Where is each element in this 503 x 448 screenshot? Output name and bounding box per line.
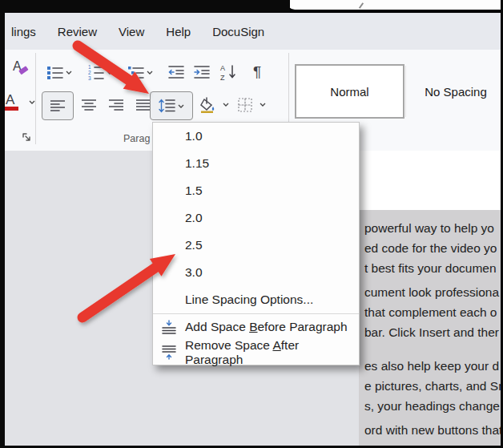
menu-option-1.0[interactable]: 1.0 <box>153 123 359 150</box>
menu-item-line-spacing-options[interactable]: Line Spacing Options... <box>153 286 359 313</box>
increase-indent-icon <box>194 65 210 79</box>
ribbon-tabs: lingsReviewViewHelpDocuSign <box>11 13 286 50</box>
chevron-down-icon <box>147 71 153 75</box>
menu-item-remove-space-after[interactable]: Remove Space After Paragraph <box>153 340 359 365</box>
line-spacing-menu: 1.01.151.52.02.53.0 Line Spacing Options… <box>152 122 360 365</box>
document-page[interactable]: powerful way to help yoed code for the v… <box>359 151 503 446</box>
dialog-launcher-icon <box>22 133 32 143</box>
chevron-down-icon <box>107 71 113 75</box>
bullets-icon <box>47 65 63 79</box>
add-space-before-icon <box>161 320 177 334</box>
menu-item-label: Add Space Before Paragraph <box>185 320 348 334</box>
screenshot-frame <box>0 0 5 448</box>
svg-text:A: A <box>6 92 15 107</box>
svg-text:1: 1 <box>88 64 91 70</box>
style-normal-label: Normal <box>330 85 368 99</box>
chevron-down-icon <box>178 104 184 108</box>
align-right-icon <box>109 99 123 111</box>
document-text-line: t best fits your documen <box>364 258 503 278</box>
multilevel-list-button[interactable] <box>122 61 159 83</box>
menu-bar: lingsReviewViewHelpDocuSign <box>5 13 501 50</box>
tab-help[interactable]: Help <box>166 25 191 38</box>
paragraph-group-label: Parag <box>123 133 155 144</box>
numbering-button[interactable]: 1 2 3 <box>82 61 119 83</box>
tab-docusign[interactable]: DocuSign <box>212 25 264 38</box>
clear-formatting-icon: A <box>10 58 30 77</box>
paint-bucket-icon <box>199 97 217 113</box>
style-normal[interactable]: Normal <box>295 64 404 119</box>
chevron-down-icon[interactable] <box>29 100 35 104</box>
numbering-icon: 1 2 3 <box>88 64 104 80</box>
tab-review[interactable]: Review <box>58 25 97 38</box>
tab-lings[interactable]: lings <box>11 25 36 38</box>
svg-text:3: 3 <box>88 75 91 80</box>
align-left-icon <box>50 99 65 112</box>
svg-text:2: 2 <box>88 70 91 75</box>
chevron-down-icon[interactable] <box>223 103 229 107</box>
document-text-line: cument look professiona <box>364 282 503 302</box>
font-dialog-launcher[interactable] <box>21 131 34 144</box>
shading-button[interactable] <box>197 95 219 115</box>
show-formatting-button[interactable]: ¶ <box>247 59 268 83</box>
pilcrow-icon: ¶ <box>253 64 261 79</box>
word-ribbon-screenshot: { "menu_bar": { "tabs": ["lings", "Revie… <box>0 0 503 448</box>
paragraph: es also help keep your de pictures, char… <box>364 356 503 416</box>
sort-icon: A Z <box>219 63 239 81</box>
document-text-line: w up where you need the <box>364 440 503 446</box>
document-text-line: e pictures, charts, and Sm <box>364 376 503 396</box>
document-text-line: that complement each o <box>364 302 503 322</box>
menu-item-add-space-before[interactable]: Add Space Before Paragraph <box>153 314 359 340</box>
tab-view[interactable]: View <box>119 25 144 38</box>
increase-indent-button[interactable] <box>192 63 211 82</box>
style-no-spacing-label: No Spacing <box>425 85 487 99</box>
document-text-line: ord with new buttons that <box>364 420 503 440</box>
menu-option-2.5[interactable]: 2.5 <box>153 232 359 259</box>
paragraph: powerful way to help yoed code for the v… <box>364 218 503 278</box>
paragraph: ord with new buttons thatw up where you … <box>364 420 503 446</box>
menu-option-2.0[interactable]: 2.0 <box>153 204 359 232</box>
document-text-line: es also help keep your d <box>364 356 503 376</box>
align-center-button[interactable] <box>78 95 99 115</box>
bullets-button[interactable] <box>42 61 77 83</box>
document-text-line: s, your headings change t <box>364 396 503 416</box>
svg-text:Z: Z <box>220 74 225 81</box>
menu-item-label: Remove Space After Paragraph <box>185 338 359 367</box>
line-spacing-icon <box>159 99 175 113</box>
decrease-indent-button[interactable] <box>167 63 186 82</box>
screenshot-frame <box>0 0 290 13</box>
borders-icon <box>238 98 252 112</box>
menu-option-1.15[interactable]: 1.15 <box>153 150 359 177</box>
multilevel-list-icon <box>128 65 144 79</box>
remove-space-after-icon <box>161 345 177 360</box>
sort-button[interactable]: A Z <box>216 61 242 83</box>
pen-mark-icon <box>359 2 364 9</box>
borders-button[interactable] <box>234 95 256 115</box>
justify-icon <box>136 99 151 111</box>
spacing-options: 1.01.151.52.02.53.0 <box>153 123 359 286</box>
align-left-button[interactable] <box>42 91 74 120</box>
clear-formatting-button[interactable]: A <box>8 56 32 79</box>
align-right-button[interactable] <box>106 95 127 115</box>
document-text-line: powerful way to help yo <box>364 218 503 238</box>
document-text-line: bar. Click Insert and ther <box>364 322 503 342</box>
menu-option-1.5[interactable]: 1.5 <box>153 177 359 204</box>
popup-remnant <box>287 0 503 10</box>
chevron-down-icon[interactable] <box>260 103 266 107</box>
selected-text-block[interactable]: powerful way to help yoed code for the v… <box>359 210 503 446</box>
line-spacing-button[interactable] <box>150 91 193 120</box>
style-no-spacing[interactable]: No Spacing <box>406 64 503 119</box>
chevron-down-icon <box>66 71 72 75</box>
group-divider <box>35 53 36 144</box>
paragraph: cument look professionathat complement e… <box>364 282 503 342</box>
svg-text:A: A <box>220 64 225 72</box>
decrease-indent-icon <box>168 65 184 79</box>
align-center-icon <box>82 99 96 111</box>
menu-option-3.0[interactable]: 3.0 <box>153 259 359 286</box>
document-text-line: ed code for the video yo <box>364 238 503 258</box>
